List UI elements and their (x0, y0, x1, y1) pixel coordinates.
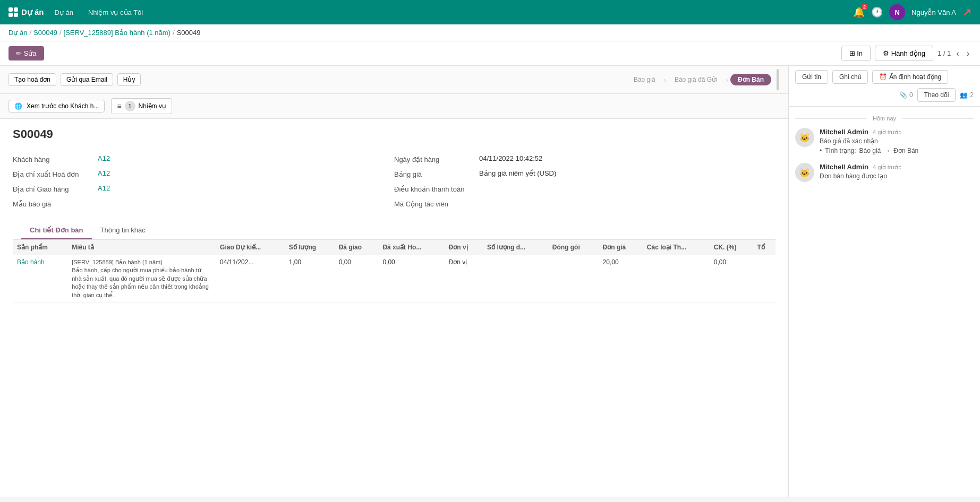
col-so-luong: Số lượng (285, 240, 335, 255)
col-san-pham: Sản phẩm (13, 240, 67, 255)
task-button[interactable]: ≡ 1 Nhiệm vụ (111, 98, 172, 114)
field-mau-bao-gia: Mẫu báo giá (13, 196, 394, 211)
msg-time-1: 4 giờ trước (873, 129, 901, 136)
status-scrollbar[interactable] (776, 69, 780, 90)
avatar: N (889, 4, 905, 20)
clock-icon-btn[interactable]: 🕐 (871, 6, 883, 18)
pagination: 1 / 1 ‹ › (938, 48, 972, 59)
prev-page-button[interactable]: ‹ (954, 48, 961, 59)
field-ngay-dat-hang: Ngày đặt hàng 04/11/2022 10:42:52 (394, 152, 776, 167)
status-bao-gia[interactable]: Báo giá (627, 74, 662, 85)
msg-avatar-1: 🐱 (795, 128, 814, 147)
msg-time-2: 4 giờ trước (873, 164, 901, 171)
send-message-button[interactable]: Gửi tin (795, 70, 828, 84)
app-title: Dự án (21, 7, 44, 17)
order-number: S00049 (13, 127, 776, 141)
tab-thong-tin[interactable]: Thông tin khác (92, 222, 154, 239)
cell-qty-del (483, 255, 548, 303)
col-ck: CK. (%) (710, 240, 753, 255)
next-page-button[interactable]: › (965, 48, 972, 59)
col-don-gia: Đơn giá (599, 240, 643, 255)
clock-icon: 🕐 (871, 6, 883, 18)
status-bao-gia-gui[interactable]: Báo giá đã Gửi (668, 74, 724, 85)
arrow-pointer: ↗ (962, 6, 972, 19)
preview-bar: 🌐 Xem trước cho Khách h... ≡ 1 Nhiệm vụ (0, 94, 788, 119)
col-da-xuat-ho: Đã xuất Ho... (378, 240, 444, 255)
form-content: S00049 Khách hàng A12 Địa chỉ xuất Hoá đ… (0, 119, 788, 497)
form-panel: Tạo hoá đơn Gửi qua Email Hủy Báo giá › … (0, 66, 789, 497)
task-icon: ≡ (117, 102, 121, 110)
msg-author-1: Mitchell Admin (820, 128, 868, 136)
col-so-luong-d: Số lượng đ... (483, 240, 548, 255)
msg-avatar-2: 🐱 (795, 163, 814, 182)
cell-delivery-date: 04/11/202... (216, 255, 285, 303)
activity-button[interactable]: ⏰ Ấn định hoạt động (872, 70, 948, 84)
breadcrumb: Dự án / S00049 / [SERV_125889] Bảo hành … (0, 24, 980, 41)
cell-dong-goi (548, 255, 599, 303)
cell-ck: 0,00 (710, 255, 753, 303)
msg-author-2: Mitchell Admin (820, 163, 868, 171)
cell-mieu-ta: [SERV_125889] Bảo hành (1 năm) Bảo hành,… (67, 255, 216, 303)
date-divider: Hôm nay (795, 115, 974, 122)
field-dia-chi-hoa-don: Địa chỉ xuất Hoá đơn A12 (13, 167, 394, 181)
col-giao-du-kien: Giao Dự kiế... (216, 240, 285, 255)
status-don-ban[interactable]: Đơn Bán (730, 74, 771, 85)
field-dia-chi-giao-hang: Địa chỉ Giao hàng A12 (13, 181, 394, 196)
user-name[interactable]: Nguyễn Văn A (911, 8, 956, 16)
col-da-giao: Đã giao (335, 240, 379, 255)
task-count: 1 (125, 101, 135, 111)
status-from: Báo giá (859, 147, 881, 154)
table-row: Bảo hành [SERV_125889] Bảo hành (1 năm) … (13, 255, 776, 303)
edit-button[interactable]: ✏ Sửa (8, 46, 44, 60)
cell-so-luong: 1,00 (285, 255, 335, 303)
col-to: Tổ (753, 240, 776, 255)
chatter-panel: Gửi tin Ghi chú ⏰ Ấn định hoạt động 📎 0 … (789, 66, 980, 497)
send-email-button[interactable]: Gửi qua Email (61, 73, 113, 86)
breadcrumb-s00049-parent[interactable]: S00049 (33, 29, 57, 37)
globe-icon: 🌐 (14, 102, 22, 110)
cell-don-gia: 20,00 (599, 255, 643, 303)
attachment-group: 📎 0 (899, 91, 913, 99)
message-1: 🐱 Mitchell Admin 4 giờ trước Báo giá đã … (795, 128, 974, 154)
cell-tax (643, 255, 710, 303)
col-don-vi: Đơn vị (445, 240, 483, 255)
msg-body-2: Đơn bán hàng được tạo (820, 172, 974, 180)
cell-san-pham[interactable]: Bảo hành (13, 255, 67, 303)
nav-nhiem-vu[interactable]: Nhiệm vụ của Tôi (84, 6, 147, 19)
breadcrumb-du-an[interactable]: Dự án (8, 29, 27, 37)
tab-chi-tiet[interactable]: Chi tiết Đơn bán (21, 222, 92, 239)
status-change-1: • Tình trạng: Báo giá → Đơn Bán (820, 147, 974, 154)
product-table: Sản phẩm Miêu tả Giao Dự kiế... Số lượng… (13, 240, 776, 303)
chatter-actions: Gửi tin Ghi chú ⏰ Ấn định hoạt động 📎 0 … (789, 66, 980, 107)
field-ma-cong-tac-vien: Mã Cộng tác viên (394, 196, 776, 211)
action-bar: ✏ Sửa ⊞ In ⚙ Hành động 1 / 1 ‹ › (0, 41, 980, 66)
nav-du-an[interactable]: Dự án (50, 6, 78, 19)
cancel-button[interactable]: Hủy (117, 73, 141, 86)
field-bang-gia: Bảng giá Bảng giá niêm yết (USD) (394, 167, 776, 181)
note-button[interactable]: Ghi chú (832, 70, 868, 84)
top-navigation: Dự án Dự án Nhiệm vụ của Tôi 🔔 2 🕐 N Ngu… (0, 0, 980, 24)
message-2: 🐱 Mitchell Admin 4 giờ trước Đơn bán hàn… (795, 163, 974, 182)
msg-body-1: Báo giá đã xác nhận • Tình trạng: Báo gi… (820, 137, 974, 154)
app-logo[interactable]: Dự án (8, 7, 44, 17)
cell-da-xuat: 0,00 (378, 255, 444, 303)
follow-button[interactable]: Theo dõi (917, 88, 956, 102)
notification-bell[interactable]: 🔔 2 (853, 6, 865, 18)
create-invoice-button[interactable]: Tạo hoá đơn (8, 73, 56, 86)
paperclip-icon: 📎 (899, 91, 907, 99)
follower-icon: 👥 (960, 91, 968, 99)
follower-group: 👥 2 (960, 91, 974, 99)
col-cac-loai-th: Các loại Th... (643, 240, 710, 255)
status-to: Đơn Bán (893, 147, 918, 154)
product-table-container: Sản phẩm Miêu tả Giao Dự kiế... Số lượng… (13, 240, 776, 303)
chatter-feed: Hôm nay 🐱 Mitchell Admin 4 giờ trước Báo… (789, 107, 980, 497)
cell-da-giao: 0,00 (335, 255, 379, 303)
field-dieu-khoan: Điều khoản thanh toán (394, 181, 776, 196)
preview-button[interactable]: 🌐 Xem trước cho Khách h... (8, 100, 105, 112)
field-khach-hang: Khách hàng A12 (13, 152, 394, 167)
action-button[interactable]: ⚙ Hành động (875, 46, 933, 61)
breadcrumb-serv[interactable]: [SERV_125889] Bảo hành (1 năm) (64, 29, 171, 37)
breadcrumb-current: S00049 (177, 29, 201, 37)
col-mieu-ta: Miêu tả (67, 240, 216, 255)
print-button[interactable]: ⊞ In (841, 46, 871, 61)
